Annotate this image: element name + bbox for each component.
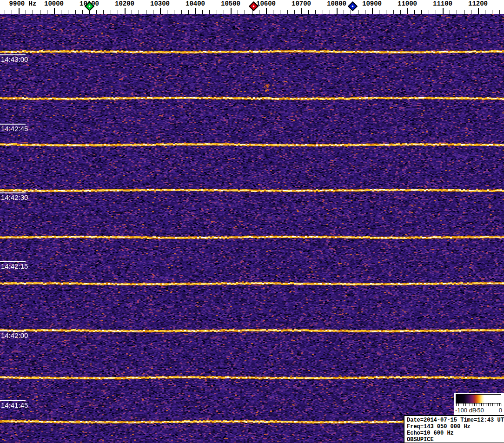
time-label-text: 14:42:45 <box>1 125 28 132</box>
frequency-tick <box>330 10 330 14</box>
info-frequency: Freq=143 050 000 Hz <box>407 423 504 430</box>
frequency-tick <box>217 10 217 14</box>
frequency-tick <box>379 10 379 14</box>
frequency-tick <box>457 10 457 14</box>
frequency-tick <box>259 10 259 14</box>
frequency-tick <box>443 8 444 14</box>
frequency-label: 11200 <box>468 0 488 7</box>
info-station-name: OBSUPICE <box>407 436 504 443</box>
frequency-tick <box>139 10 139 14</box>
frequency-tick <box>365 10 365 14</box>
frequency-tick <box>407 8 408 14</box>
frequency-label: 11100 <box>433 0 452 7</box>
frequency-tick <box>146 10 146 14</box>
frequency-tick <box>96 10 97 14</box>
frequency-tick <box>75 10 76 14</box>
frequency-tick <box>450 10 450 14</box>
colorbar-labels: -100 dB -50 0 <box>454 407 504 414</box>
frequency-tick <box>421 10 422 14</box>
frequency-tick <box>167 10 167 14</box>
frequency-tick <box>174 10 174 14</box>
frequency-label: 10200 <box>115 0 134 7</box>
frequency-tick <box>351 10 351 14</box>
spectrogram-canvas <box>0 14 504 443</box>
frequency-tick <box>224 10 224 14</box>
frequency-tick <box>195 8 196 14</box>
time-label: 14:42:00 <box>1 331 28 339</box>
frequency-tick <box>61 10 61 14</box>
frequency-tick <box>202 10 203 14</box>
frequency-tick <box>5 10 5 14</box>
colorbar-ticks <box>456 403 502 406</box>
frequency-tick <box>54 8 55 14</box>
frequency-tick <box>315 10 316 14</box>
frequency-tick <box>337 8 338 14</box>
frequency-tick <box>125 8 126 14</box>
time-label-text: 14:41:45 <box>1 402 28 409</box>
frequency-tick <box>372 8 373 14</box>
info-box: Date=2014-07-15 Time=12:43 UTC Freq=143 … <box>404 415 504 443</box>
frequency-tick <box>12 10 12 14</box>
frequency-label: 10500 <box>221 0 240 7</box>
frequency-tick <box>464 10 464 14</box>
frequency-tick <box>68 10 68 14</box>
frequency-tick <box>414 10 415 14</box>
time-label: 14:41:45 <box>1 400 28 409</box>
frequency-label: 9900 Hz <box>9 0 37 7</box>
frequency-tick <box>400 10 401 14</box>
frequency-tick <box>436 10 436 14</box>
time-label: 14:42:15 <box>1 261 28 270</box>
frequency-label: 10000 <box>44 0 64 7</box>
colorbar-legend: -100 dB -50 0 <box>454 393 504 415</box>
colorbar-label-min: -100 dB <box>455 407 477 414</box>
frequency-tick <box>26 10 26 14</box>
time-label: 14:43:00 <box>1 54 28 63</box>
frequency-label: 11000 <box>398 0 417 7</box>
frequency-label: 10400 <box>186 0 205 7</box>
frequency-ruler: 9900 Hz100001010010200103001040010500106… <box>0 0 504 14</box>
frequency-tick <box>492 10 492 14</box>
frequency-tick <box>280 10 280 14</box>
frequency-tick <box>245 10 245 14</box>
frequency-tick <box>153 10 153 14</box>
frequency-label: 10800 <box>327 0 346 7</box>
frequency-tick <box>132 10 132 14</box>
frequency-tick <box>111 10 111 14</box>
frequency-tick <box>499 10 500 14</box>
time-label-text: 14:42:15 <box>1 263 28 270</box>
frequency-label: 10700 <box>292 0 311 7</box>
frequency-tick <box>386 10 386 14</box>
frequency-tick <box>273 10 273 14</box>
frequency-label: 10300 <box>150 0 170 7</box>
frequency-tick <box>188 10 189 14</box>
frequency-tick <box>358 10 358 14</box>
colorbar-gradient <box>456 394 501 403</box>
frequency-tick <box>287 10 288 14</box>
marker-center-dot <box>253 5 255 7</box>
frequency-tick <box>252 10 252 14</box>
marker-center-dot <box>88 5 90 7</box>
frequency-tick <box>19 8 20 14</box>
time-label-text: 14:42:00 <box>1 332 28 339</box>
frequency-tick <box>209 10 210 14</box>
frequency-tick <box>393 10 394 14</box>
info-echo-frequency: Echo=10 600 Hz <box>407 430 504 436</box>
marker-center-dot <box>352 5 354 7</box>
frequency-label: 10600 <box>256 0 276 7</box>
frequency-tick <box>82 10 83 14</box>
spectrogram-window: 9900 Hz100001010010200103001040010500106… <box>0 0 504 443</box>
frequency-tick <box>323 10 323 14</box>
frequency-tick <box>485 10 485 14</box>
frequency-tick <box>478 8 479 14</box>
frequency-tick <box>471 10 471 14</box>
frequency-label: 10900 <box>362 0 382 7</box>
frequency-tick <box>103 10 104 14</box>
colorbar-label-mid: -50 <box>475 407 484 414</box>
frequency-tick <box>308 10 309 14</box>
frequency-tick <box>47 10 47 14</box>
frequency-tick <box>429 10 429 14</box>
info-date-time: Date=2014-07-15 Time=12:43 UTC <box>407 417 504 423</box>
frequency-tick <box>301 8 302 14</box>
time-label: 14:42:30 <box>1 192 28 201</box>
blue-marker[interactable] <box>348 1 358 11</box>
